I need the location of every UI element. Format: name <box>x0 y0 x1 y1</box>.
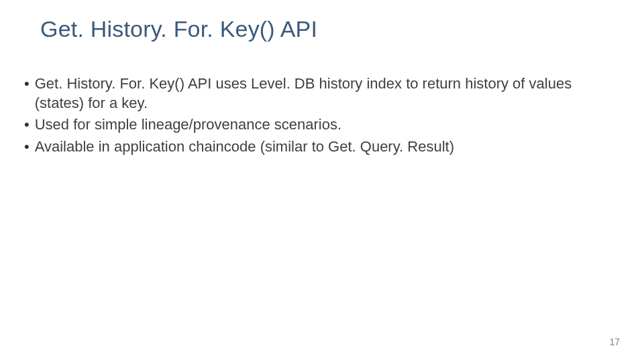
bullet-text: Get. History. For. Key() API uses Level.… <box>35 74 596 113</box>
list-item: • Get. History. For. Key() API uses Leve… <box>24 74 596 113</box>
bullet-list: • Get. History. For. Key() API uses Leve… <box>24 74 596 156</box>
slide-container: Get. History. For. Key() API • Get. Hist… <box>0 0 644 362</box>
bullet-icon: • <box>24 137 30 157</box>
bullet-text: Available in application chaincode (simi… <box>35 137 454 157</box>
list-item: • Used for simple lineage/provenance sce… <box>24 115 596 135</box>
bullet-text: Used for simple lineage/provenance scena… <box>35 115 341 135</box>
slide-content: • Get. History. For. Key() API uses Leve… <box>24 74 596 156</box>
page-number: 17 <box>609 337 620 347</box>
bullet-icon: • <box>24 115 30 135</box>
bullet-icon: • <box>24 74 30 94</box>
list-item: • Available in application chaincode (si… <box>24 137 596 157</box>
slide-title: Get. History. For. Key() API <box>40 16 623 42</box>
